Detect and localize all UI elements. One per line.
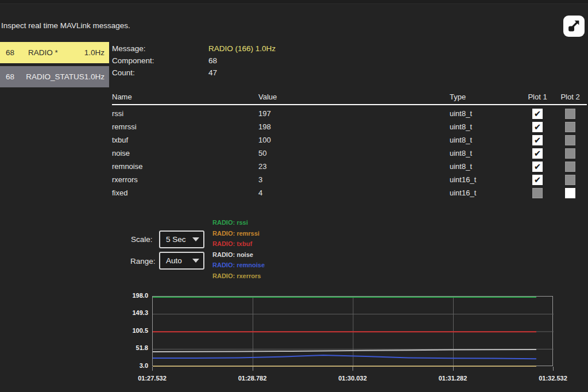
detail-row: Count:47	[112, 67, 276, 79]
axis-tick	[453, 367, 454, 371]
field-value: 197	[258, 109, 450, 118]
legend-entry: RADIO: remrssi	[212, 230, 265, 241]
field-name: txbuf	[112, 136, 258, 144]
plot2-checkbox[interactable]	[565, 122, 575, 132]
legend-entry: RADIO: rxerrors	[212, 272, 265, 283]
plot2-checkbox[interactable]	[565, 135, 575, 145]
field-type: uint8_t	[450, 162, 521, 171]
table-row: rxerrors3uint16_t	[112, 173, 587, 186]
detail-label: Component:	[112, 56, 208, 65]
y-axis-label: 51.8	[119, 344, 148, 351]
plot1-checkbox[interactable]	[532, 135, 543, 145]
column-header-value: Value	[258, 93, 450, 101]
y-axis-label: 149.3	[119, 309, 148, 316]
range-dropdown[interactable]: Auto	[159, 252, 204, 270]
column-header-plot-2: Plot 2	[554, 93, 587, 101]
x-axis-label: 01:31.282	[432, 375, 474, 382]
field-type: uint8_t	[450, 109, 521, 118]
detail-row: Message:RADIO (166) 1.0Hz	[112, 43, 276, 55]
legend-entry: RADIO: txbuf	[212, 240, 265, 251]
plot1-checkbox[interactable]	[532, 122, 543, 132]
table-row: fixed4uint16_t	[112, 186, 587, 199]
x-axis-label: 01:32.532	[532, 375, 574, 382]
x-axis-label: 01:30.032	[332, 375, 373, 382]
y-axis-label: 198.0	[119, 292, 148, 299]
field-name: rxerrors	[112, 175, 258, 184]
y-axis-label: 100.5	[119, 327, 148, 334]
field-name: rssi	[112, 109, 258, 118]
scale-dropdown[interactable]: 5 Sec	[159, 230, 204, 248]
detail-value: 47	[208, 68, 217, 77]
series-remnoise	[153, 355, 536, 359]
message-name: RADIO_STATUS	[26, 72, 84, 81]
fields-table-header: NameValueTypePlot 1Plot 2	[112, 91, 587, 103]
field-name: remrssi	[112, 122, 258, 131]
table-row: remnoise23uint8_t	[112, 160, 587, 173]
message-system-id: 68	[6, 48, 23, 57]
field-name: remnoise	[112, 162, 258, 171]
axis-tick	[152, 367, 153, 371]
plot2-checkbox[interactable]	[565, 188, 575, 198]
field-type: uint16_t	[450, 189, 521, 197]
message-frequency: 1.0Hz	[84, 48, 105, 57]
intro-text: Inspect real time MAVLink messages.	[1, 21, 130, 30]
detail-value: RADIO (166) 1.0Hz	[208, 44, 276, 53]
plot1-checkbox[interactable]	[532, 162, 543, 172]
x-axis-label: 01:27.532	[131, 375, 173, 382]
sidebar-item-radio-[interactable]: 68RADIO *1.0Hz	[0, 42, 109, 63]
fields-table-body: rssi197uint8_tremrssi198uint8_ttxbuf100u…	[112, 107, 587, 199]
y-axis-label: 3.0	[119, 362, 148, 369]
plot2-checkbox[interactable]	[565, 162, 575, 172]
detail-label: Count:	[112, 68, 208, 77]
field-name: fixed	[112, 189, 258, 197]
plot2-checkbox[interactable]	[565, 109, 575, 119]
field-value: 50	[258, 149, 450, 157]
plot1-checkbox[interactable]	[532, 109, 543, 119]
table-row: txbuf100uint8_t	[112, 133, 587, 147]
plot1-checkbox[interactable]	[532, 175, 543, 185]
field-value: 4	[258, 189, 450, 197]
field-value: 100	[258, 136, 450, 144]
plot-area	[152, 296, 553, 366]
legend-entry: RADIO: rssi	[212, 219, 265, 230]
message-system-id: 68	[6, 72, 21, 81]
scale-dropdown-value: 5 Sec	[166, 235, 192, 244]
scale-label: Scale:	[131, 235, 153, 244]
plot2-checkbox[interactable]	[565, 148, 575, 159]
table-row: rssi197uint8_t	[112, 107, 587, 120]
field-type: uint8_t	[450, 149, 521, 157]
popout-expand-icon	[567, 18, 581, 34]
message-name: RADIO *	[28, 48, 84, 57]
plot1-checkbox[interactable]	[532, 148, 543, 159]
x-axis-label: 01:28.782	[232, 375, 273, 382]
plot2-checkbox[interactable]	[565, 175, 575, 185]
table-row: noise50uint8_t	[112, 147, 587, 160]
fields-table: NameValueTypePlot 1Plot 2 rssi197uint8_t…	[112, 91, 587, 199]
sidebar-item-radio-status[interactable]: 68RADIO_STATUS1.0Hz	[0, 66, 109, 87]
axis-tick	[553, 367, 554, 371]
message-frequency: 1.0Hz	[84, 72, 105, 81]
column-header-name: Name	[112, 93, 258, 101]
expand-button[interactable]	[563, 16, 585, 37]
field-value: 198	[258, 122, 450, 131]
legend-entry: RADIO: noise	[212, 251, 265, 262]
message-details: Message:RADIO (166) 1.0HzComponent:68Cou…	[112, 43, 276, 79]
range-dropdown-value: Auto	[166, 256, 192, 265]
field-type: uint8_t	[450, 122, 521, 131]
chevron-down-icon	[192, 237, 199, 241]
axis-tick	[353, 367, 353, 371]
field-type: uint8_t	[450, 136, 521, 144]
column-header-plot-1: Plot 1	[521, 93, 554, 101]
field-value: 3	[258, 175, 450, 184]
column-header-type: Type	[450, 93, 521, 101]
field-type: uint16_t	[450, 175, 521, 184]
plot1-checkbox[interactable]	[532, 188, 543, 198]
axis-tick	[253, 367, 253, 371]
detail-label: Message:	[112, 44, 208, 53]
chevron-down-icon	[192, 259, 199, 263]
table-row: remrssi198uint8_t	[112, 120, 587, 133]
legend-entry: RADIO: remnoise	[212, 262, 265, 272]
header-underline	[112, 104, 587, 105]
range-label: Range:	[130, 257, 156, 266]
message-list: 68RADIO *1.0Hz68RADIO_STATUS1.0Hz	[0, 42, 109, 90]
